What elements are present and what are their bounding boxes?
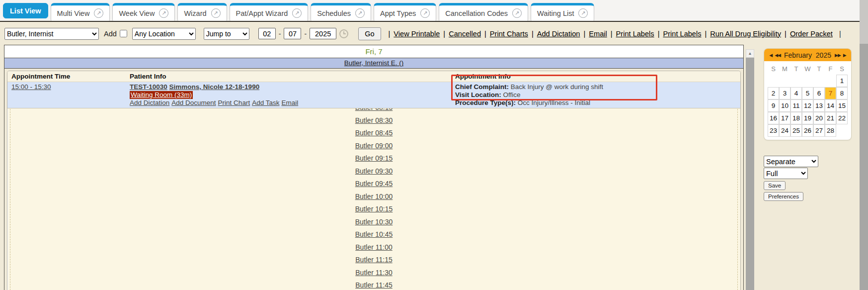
toolbar-link[interactable]: Cancelled [449,30,481,38]
date-month-input[interactable] [258,28,276,39]
scrollbar-thumb[interactable] [746,58,754,290]
open-slot-link[interactable]: Butler 10:30 [10,216,737,229]
content-scrollbar[interactable]: ▲ [746,49,754,290]
open-slot-link[interactable]: Butler 11:45 [10,279,737,290]
open-slot-link[interactable]: Butler 08:30 [10,114,737,127]
toolbar-link[interactable]: Print Labels [663,30,701,38]
next-month-icon[interactable]: ▶▶ [835,53,841,58]
open-in-new-icon[interactable]: ↗ [94,8,103,18]
open-in-new-icon[interactable]: ↗ [355,8,365,18]
window-scrollbar-thumb[interactable] [860,44,868,290]
calendar-day-cell[interactable]: 4 [790,87,802,99]
calendar-day-cell[interactable]: 15 [836,99,848,112]
calendar-day-cell[interactable]: 23 [768,124,779,137]
calendar-day-cell[interactable]: 13 [813,99,825,112]
provider-select[interactable]: Butler, Internist [4,28,99,40]
appointment-time-link[interactable]: 15:00 - 15:30 [11,83,51,91]
waiting-room-status-badge[interactable]: Waiting Room (33m) [130,91,193,99]
patient-action-link[interactable]: Add Task [252,99,279,106]
open-slot-link[interactable]: Butler 10:00 [10,191,737,203]
calendar-day-cell[interactable]: 6 [813,87,825,99]
date-year-input[interactable] [310,28,336,39]
tab[interactable]: Multi View ↗ [51,3,110,21]
open-slot-link[interactable]: Butler 09:30 [10,165,737,178]
calendar-day-cell[interactable]: 27 [813,124,825,137]
calendar-day-cell[interactable]: 21 [825,112,836,124]
calendar-day-cell[interactable]: 14 [825,99,836,112]
go-button[interactable]: Go [358,27,381,40]
open-slot-link[interactable]: Butler 10:15 [10,203,737,216]
open-in-new-icon[interactable]: ↗ [159,8,168,18]
provider-header-link[interactable]: Butler, Internist E. () [344,59,403,67]
open-slot-link[interactable]: Butler 11:15 [10,254,737,267]
tab[interactable]: Waiting List ↗ [531,3,594,21]
open-in-new-icon[interactable]: ↗ [292,8,302,18]
calendar-day-cell[interactable]: 16 [768,112,779,124]
patient-id-link[interactable]: TEST-10030 [130,83,167,91]
calendar-day-cell[interactable]: 12 [802,99,813,112]
toolbar-link[interactable]: Print Charts [490,30,528,38]
toolbar-link[interactable]: View Printable [394,30,440,38]
tab[interactable]: Week View ↗ [112,3,175,21]
add-checkbox[interactable] [120,30,127,37]
patient-action-link[interactable]: Add Dictation [130,99,169,106]
open-slot-link[interactable]: Butler 08:45 [10,127,737,140]
scroll-up-icon[interactable]: ▲ [746,49,754,58]
prev-month-icon[interactable]: ◀◀ [775,53,781,58]
calendar-day-cell[interactable]: 11 [790,99,802,112]
tab[interactable]: Cancellation Codes ↗ [439,3,528,21]
open-slot-link[interactable]: Butler 11:00 [10,241,737,254]
calendar-day-cell[interactable]: 1 [836,75,848,87]
patient-name-link[interactable]: Simmons, Nicole 12-18-1990 [169,83,260,91]
tab[interactable]: Pat/Appt Wizard ↗ [230,3,309,21]
open-slot-link[interactable]: Butler 09:15 [10,152,737,165]
toolbar-link[interactable]: Run All Drug Eligibility [710,30,781,38]
calendar-day-cell[interactable]: 20 [813,112,825,124]
date-day-input[interactable] [284,28,301,39]
location-select[interactable]: Any Location [132,28,196,40]
open-in-new-icon[interactable]: ↗ [578,8,588,18]
calendar-day-cell[interactable]: 8 [836,87,848,99]
clock-icon[interactable] [339,29,348,38]
toolbar-link[interactable]: Order Packet [790,30,833,38]
calendar-day-cell[interactable]: 10 [779,99,790,112]
calendar-day-cell[interactable]: 7 [825,87,836,99]
calendar-day-cell[interactable]: 19 [802,112,813,124]
calendar-day-cell[interactable]: 24 [779,124,790,137]
calendar-day-cell[interactable]: 22 [836,112,848,124]
calendar-day-cell[interactable]: 17 [779,112,790,124]
calendar-day-cell[interactable]: 3 [779,87,790,99]
prev-year-icon[interactable]: ◀ [769,53,772,58]
open-slot-link[interactable]: Butler 11:30 [10,267,737,280]
layout-mode-select[interactable]: Separate [764,156,818,167]
calendar-day-cell[interactable]: 5 [802,87,813,99]
toolbar-link[interactable]: Print Labels [616,30,654,38]
open-slot-link[interactable]: Butler 09:00 [10,140,737,153]
patient-action-link[interactable]: Print Chart [218,99,250,106]
jump-to-select[interactable]: Jump to [204,28,249,40]
calendar-day-cell[interactable]: 18 [790,112,802,124]
open-in-new-icon[interactable]: ↗ [420,8,430,18]
tab[interactable]: Appt Types ↗ [374,3,436,21]
tab[interactable]: List View ↗ [3,3,48,18]
patient-action-link[interactable]: Add Document [171,99,216,106]
toolbar-link[interactable]: Email [589,30,607,38]
tab[interactable]: Wizard ↗ [177,3,227,21]
save-button[interactable]: Save [764,181,786,190]
toolbar-link[interactable]: Add Dictation [537,30,580,38]
patient-action-link[interactable]: Email [281,99,298,106]
calendar-day-cell[interactable]: 28 [825,124,836,137]
calendar-day-cell[interactable]: 25 [790,124,802,137]
calendar-day-cell[interactable]: 26 [802,124,813,137]
window-scrollbar[interactable] [860,0,868,290]
calendar-day-cell[interactable]: 2 [768,87,779,99]
next-year-icon[interactable]: ▶ [843,53,846,58]
open-slot-link[interactable]: Butler 10:45 [10,228,737,241]
tab[interactable]: Schedules ↗ [311,3,371,21]
preferences-button[interactable]: Preferences [764,192,803,201]
open-in-new-icon[interactable]: ↗ [211,8,221,18]
size-mode-select[interactable]: Full [764,168,808,179]
open-in-new-icon[interactable]: ↗ [512,8,522,18]
open-slot-link[interactable]: Butler 09:45 [10,178,737,191]
calendar-day-cell[interactable]: 9 [768,99,779,112]
